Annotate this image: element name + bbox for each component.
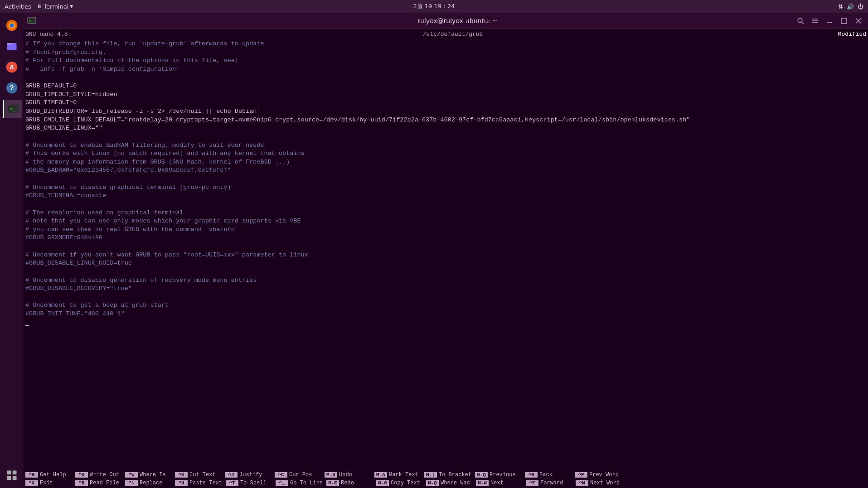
shortcut-item: ^TTo Spell <box>224 479 274 487</box>
sidebar: A ? >_ <box>0 13 24 488</box>
nano-header: GNU nano 4.8 /etc/default/grub Modified <box>24 29 868 39</box>
shortcut-item: ^OWrite Out <box>73 471 123 479</box>
shortcut-key: M-U <box>325 472 337 478</box>
shortcut-item: ^KCut Text <box>173 471 223 479</box>
shortcut-item: ^BBack <box>523 471 573 479</box>
shortcut-key: M-Q <box>426 480 439 486</box>
editor-line: #GRUB_INIT_TUNE="480 440 1" <box>25 310 866 319</box>
close-button[interactable] <box>853 15 864 27</box>
editor-line: GRUB_CMDLINE_LINUX="" <box>25 124 866 133</box>
shortcut-label: Justify <box>239 472 262 478</box>
terminal-title: rulyox@rulyox-ubuntu: ~ <box>417 17 497 24</box>
editor-line: # Uncomment to get a beep at grub start <box>25 301 866 310</box>
shortcut-item: ^JJustify <box>223 471 273 479</box>
shortcut-key: ^W <box>125 472 138 478</box>
shortcut-key: M-] <box>424 472 437 478</box>
svg-rect-4 <box>7 43 12 45</box>
shortcut-label: Cur Pos <box>289 472 312 478</box>
editor-line: # you can see them in real GRUB with the… <box>25 226 866 234</box>
editor-line <box>25 74 866 82</box>
sidebar-item-appstore[interactable]: A <box>3 58 21 76</box>
editor-line: # The resolution used on graphical termi… <box>25 209 866 217</box>
shortcut-item: ^_Go To Line <box>274 479 325 487</box>
shortcut-key: M-W <box>476 480 489 486</box>
sidebar-item-firefox[interactable] <box>3 16 21 34</box>
editor-line <box>25 268 866 276</box>
editor-line: # note that you can use only modes which… <box>25 217 866 226</box>
nano-editor[interactable]: # If you change this file, run 'update-g… <box>24 39 868 470</box>
minimize-button[interactable] <box>824 15 835 27</box>
terminal-titlebar: >_ rulyox@rulyox-ubuntu: ~ <box>24 13 868 29</box>
shortcut-key: M-A <box>374 472 387 478</box>
shortcut-item: M-AMark Text <box>373 471 422 479</box>
shortcut-item: ^\Replace <box>123 479 173 487</box>
editor-line: #GRUB_DISABLE_RECOVERY="true" <box>25 285 866 293</box>
editor-line: # Uncomment to disable generation of rec… <box>25 276 866 285</box>
sidebar-item-help[interactable]: ? <box>3 79 21 97</box>
activities-label[interactable]: Activities <box>5 3 31 10</box>
shortcut-key: ^_ <box>276 480 288 486</box>
network-icon[interactable]: ⇅ <box>838 3 843 10</box>
sidebar-item-files[interactable] <box>3 37 21 55</box>
shortcut-key: ^T <box>226 480 238 486</box>
editor-line: # /boot/grub/grub.cfg. <box>25 48 866 57</box>
shortcut-item: M-]To Bracket <box>422 471 473 479</box>
shortcut-label: Cut Text <box>189 472 216 478</box>
shortcut-item: M-QPrevious <box>473 471 523 479</box>
shortcut-label: Previous <box>490 472 516 478</box>
shortcut-label: Replace <box>140 480 162 486</box>
system-bar: Activities 🖥 Terminal ▼ 2월 19 19：24 ⇅ 🔊 … <box>0 0 868 13</box>
svg-rect-14 <box>13 476 17 480</box>
sidebar-item-terminal[interactable]: >_ <box>3 100 22 118</box>
shortcut-label: Exit <box>40 480 53 486</box>
editor-line: #GRUB_GFXMODE=640x480 <box>25 234 866 242</box>
maximize-button[interactable] <box>838 15 850 27</box>
shortcut-label: Prev Word <box>589 472 619 478</box>
power-icon[interactable]: ⏻ <box>858 3 863 10</box>
shortcut-label: Mark Text <box>389 472 418 478</box>
shortcut-label: To Bracket <box>439 472 471 478</box>
shortcut-item: M-6Copy Text <box>374 479 424 487</box>
shortcut-label: Paste Text <box>189 480 222 486</box>
nano-shortcuts-bar: ^GGet Help^OWrite Out^WWhere Is^KCut Tex… <box>24 470 868 488</box>
shortcut-label: Go To Line <box>290 480 323 486</box>
shortcut-item: M-ERedo <box>325 479 374 487</box>
terminal-menu[interactable]: 🖥 Terminal ▼ <box>37 3 73 10</box>
shortcuts-row2: ^XExit^RRead File^\Replace^UPaste Text^T… <box>24 479 868 487</box>
search-button[interactable] <box>795 15 806 27</box>
svg-rect-13 <box>7 476 11 480</box>
editor-line <box>25 175 866 184</box>
shortcut-label: Undo <box>339 472 352 478</box>
nano-version: GNU nano 4.8 <box>25 31 68 38</box>
shortcut-key: ^F <box>526 480 538 486</box>
shortcuts-row1: ^GGet Help^OWrite Out^WWhere Is^KCut Tex… <box>24 471 868 479</box>
shortcut-label: Get Help <box>40 472 66 478</box>
terminal-window: >_ rulyox@rulyox-ubuntu: ~ <box>24 13 868 488</box>
shortcut-item: M-UUndo <box>323 471 373 479</box>
shortcut-label: Where Was <box>441 480 470 486</box>
editor-line: # This works with Linux (no patch requir… <box>25 150 866 158</box>
shortcut-label: Copy Text <box>391 480 420 486</box>
shortcut-key: ^P <box>575 472 587 478</box>
volume-icon[interactable]: 🔊 <box>847 3 854 10</box>
shortcut-label: Read File <box>90 480 119 486</box>
editor-line: GRUB_DEFAULT=0 <box>25 82 866 91</box>
shortcut-key: ^C <box>275 472 287 478</box>
nano-filepath: /etc/default/grub <box>68 31 838 38</box>
shortcut-item: ^XExit <box>24 479 73 487</box>
editor-line <box>25 293 866 302</box>
shortcut-key: ^R <box>75 480 88 486</box>
terminal-tab-icon: >_ <box>27 16 36 25</box>
editor-line: # the memory map information from GRUB (… <box>25 158 866 167</box>
editor-line: GRUB_CMDLINE_LINUX_DEFAULT="rootdelay=20… <box>25 116 866 125</box>
editor-line: # info -f grub -n 'Simple configuration' <box>25 65 866 74</box>
sidebar-item-grid[interactable] <box>3 466 21 484</box>
menu-button[interactable] <box>809 15 821 27</box>
shortcut-key: ^X <box>25 480 38 486</box>
shortcut-key: ^G <box>25 472 38 478</box>
editor-line: #GRUB_DISABLE_LINUX_UUID=true <box>25 259 866 268</box>
editor-line: # For full documentation of the options … <box>25 57 866 65</box>
nano-modified: Modified <box>838 31 866 38</box>
svg-text:>_: >_ <box>10 106 16 112</box>
editor-line <box>25 133 866 141</box>
